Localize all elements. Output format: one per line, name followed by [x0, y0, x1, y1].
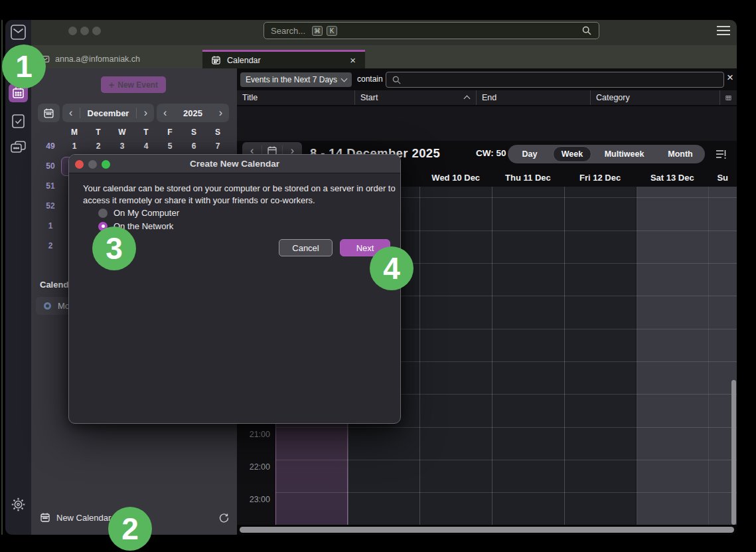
settings-gear-icon[interactable] [11, 497, 26, 512]
minical-week-number: 51 [40, 176, 61, 196]
traffic-light-zoom[interactable] [92, 27, 101, 35]
new-event-button[interactable]: + New Event [101, 76, 166, 93]
radio-icon[interactable] [98, 209, 108, 218]
global-search-input[interactable]: Search... ⌘ K [264, 22, 599, 39]
vertical-scrollbar-thumb[interactable] [731, 380, 736, 525]
spaces-rail [5, 20, 31, 535]
create-new-calendar-dialog: Create New Calendar Your calendar can be… [68, 154, 401, 424]
event-filter-dropdown[interactable]: Events in the Next 7 Days [240, 72, 352, 87]
minical-day[interactable]: 3 [110, 136, 134, 156]
day-column[interactable] [492, 187, 564, 525]
minical-day[interactable]: 6 [182, 136, 206, 156]
time-label: 23:00 [237, 495, 270, 504]
column-header-end[interactable]: End [477, 90, 591, 105]
step-annotation-3: 3 [92, 227, 136, 270]
view-switcher: DayWeekMultiweekMonth [508, 145, 705, 163]
minical-month-nav: ‹ December › [62, 104, 154, 122]
new-calendar-button[interactable]: New Calendar… [40, 512, 119, 523]
radio-on-my-computer[interactable]: On My Computer [98, 208, 179, 218]
event-list-area [237, 106, 737, 141]
column-gridline [492, 187, 492, 525]
time-label: 22:00 [237, 462, 270, 472]
day-header: Wed 10 Dec [419, 173, 492, 183]
column-header-title[interactable]: Title [237, 90, 355, 105]
tab-close-icon[interactable]: × [350, 54, 356, 66]
calendar-week-label: CW: 50 [476, 148, 506, 158]
prev-year-icon[interactable]: ‹ [163, 108, 167, 118]
search-icon [392, 75, 402, 85]
minical-date-picker-button[interactable] [38, 104, 60, 122]
next-month-icon[interactable]: › [144, 108, 147, 118]
search-icon [581, 25, 592, 36]
top-toolbar: Search... ⌘ K [31, 20, 737, 45]
minical-month-label[interactable]: December [88, 108, 129, 118]
minical-year-nav: ‹ 2025 › [157, 104, 229, 122]
agenda-view-icon[interactable] [714, 147, 727, 161]
desktop-edge [1, 20, 3, 535]
cmd-key-badge: ⌘ [312, 26, 323, 36]
next-year-icon[interactable]: › [219, 108, 222, 118]
calendar-icon [40, 512, 50, 523]
contain-label: contain [357, 74, 383, 84]
dialog-titlebar: Create New Calendar [69, 155, 400, 173]
app-menu-icon[interactable] [717, 26, 730, 35]
minical-day[interactable]: 7 [206, 136, 230, 156]
view-button-week[interactable]: Week [552, 145, 593, 163]
step-annotation-4: 4 [370, 246, 414, 290]
minical-week-number: 49 [40, 136, 61, 156]
tasks-space-icon[interactable] [11, 113, 26, 130]
plus-icon: + [109, 80, 114, 90]
traffic-light-minimize[interactable] [80, 27, 89, 35]
mail-space-icon[interactable] [9, 23, 27, 41]
minical-week-number: 2 [40, 236, 61, 256]
tab-label: anna.a@infomaniak.ch [55, 54, 140, 64]
chevron-down-icon [341, 75, 348, 82]
day-header: Fri 12 Dec [564, 173, 637, 183]
hour-gridline [275, 460, 737, 460]
minical-week-number: 52 [40, 196, 61, 216]
cancel-button[interactable]: Cancel [279, 239, 333, 256]
day-column[interactable] [637, 187, 709, 525]
column-picker-icon[interactable] [720, 90, 737, 105]
minical-day[interactable]: 2 [86, 136, 110, 156]
dialog-title: Create New Calendar [69, 159, 400, 169]
tab-calendar[interactable]: Calendar × [202, 50, 365, 68]
minical-weekday: T [134, 128, 158, 137]
minical-day[interactable]: 4 [134, 136, 158, 156]
search-placeholder: Search... [271, 26, 305, 36]
view-button-month[interactable]: Month [656, 145, 705, 163]
calendar-color-ring[interactable] [44, 302, 51, 310]
hour-gridline [275, 427, 737, 428]
column-gridline [637, 187, 637, 525]
dialog-body-text: access it remotely or share it with your… [83, 195, 315, 205]
minical-day[interactable]: 1 [62, 136, 86, 156]
sync-icon[interactable] [218, 512, 230, 523]
column-header-category[interactable]: Category [591, 90, 720, 105]
day-column[interactable] [564, 187, 637, 525]
calendar-icon [211, 55, 221, 65]
day-header: Su [708, 173, 737, 183]
column-header-start[interactable]: Start [355, 90, 477, 105]
minical-year-label[interactable]: 2025 [183, 108, 202, 118]
column-gridline [708, 187, 709, 525]
day-header: Thu 11 Dec [492, 173, 564, 183]
chat-space-icon[interactable] [9, 139, 27, 156]
prev-month-icon[interactable]: ‹ [69, 108, 72, 118]
minical-weekday: T [86, 128, 110, 137]
view-button-multiweek[interactable]: Multiweek [593, 145, 656, 163]
tab-bar: anna.a@infomaniak.ch Calendar × [31, 45, 737, 68]
horizontal-scrollbar-thumb[interactable] [240, 527, 734, 533]
minical-weekday: M [62, 128, 86, 137]
minical-day[interactable]: 5 [158, 136, 182, 156]
event-table-header: TitleStartEndCategory [237, 90, 737, 106]
day-header: Sat 13 Dec [637, 173, 709, 183]
close-filter-icon[interactable]: × [727, 71, 733, 84]
event-filter-bar: Events in the Next 7 Days contain × [237, 68, 737, 90]
traffic-light-close[interactable] [68, 27, 77, 35]
column-gridline [564, 187, 565, 525]
event-search-input[interactable] [386, 72, 724, 88]
view-button-day[interactable]: Day [508, 145, 552, 163]
minical-week-number: 1 [40, 216, 61, 236]
day-column[interactable] [419, 187, 492, 525]
tab-mail-account[interactable]: anna.a@infomaniak.ch [31, 50, 202, 68]
